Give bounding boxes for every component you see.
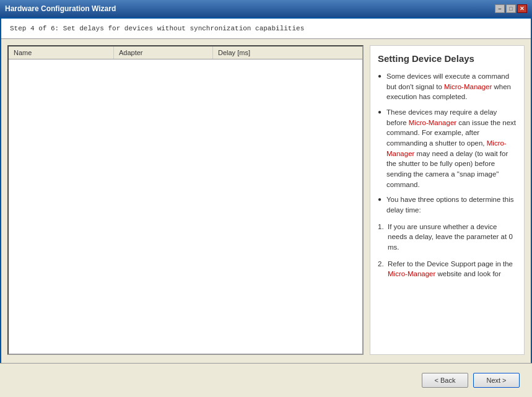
close-button[interactable]: ✕ (517, 4, 527, 13)
bullet-list: Some devices will execute a command but … (378, 71, 517, 216)
next-button[interactable]: Next > (473, 373, 520, 388)
bullet-item-2: These devices may require a delay before… (378, 107, 517, 190)
table-body[interactable] (9, 59, 362, 349)
bullet-item-3: You have three options to determine this… (378, 194, 517, 215)
window: Step 4 of 6: Set delays for devices with… (0, 17, 532, 397)
title-bar: Hardware Configuration Wizard – □ ✕ (0, 0, 532, 17)
back-button[interactable]: < Back (422, 373, 468, 388)
numbered-1-text: If you are unsure whether a device needs… (388, 223, 513, 251)
table-header: Name Adapter Delay [ms] (9, 46, 362, 59)
title-bar-buttons: – □ ✕ (495, 4, 527, 13)
help-title: Setting Device Delays (378, 53, 517, 64)
maximize-button[interactable]: □ (506, 4, 516, 13)
step-header: Step 4 of 6: Set delays for devices with… (1, 19, 531, 39)
bottom-bar: < Back Next > (0, 363, 532, 397)
numbered-2-text: Refer to the Device Support page in the (388, 260, 513, 268)
bullet-1-red: Micro-Manager (444, 83, 492, 90)
bullet-3-text: You have three options to determine this… (386, 196, 513, 214)
col-name: Name (9, 46, 114, 59)
numbered-item-2: Refer to the Device Support page in the … (378, 259, 517, 279)
device-table-panel: Name Adapter Delay [ms] (7, 45, 364, 355)
title-bar-text: Hardware Configuration Wizard (5, 4, 116, 13)
step-header-text: Step 4 of 6: Set delays for devices with… (10, 25, 304, 32)
numbered-2-red: Micro-Manager (388, 270, 435, 277)
col-adapter: Adapter (114, 46, 213, 59)
numbered-list: If you are unsure whether a device needs… (378, 222, 517, 279)
minimize-button[interactable]: – (495, 4, 505, 13)
bullet-2-red1: Micro-Manager (409, 119, 456, 126)
numbered-2-text-after: website and look for (435, 270, 500, 277)
content-area: Name Adapter Delay [ms] Setting Device D… (1, 39, 531, 361)
window-content: Step 4 of 6: Set delays for devices with… (0, 17, 532, 397)
numbered-item-1: If you are unsure whether a device needs… (378, 222, 517, 253)
col-delay: Delay [ms] (213, 46, 362, 59)
bullet-item-1: Some devices will execute a command but … (378, 71, 517, 102)
help-panel[interactable]: Setting Device Delays Some devices will … (370, 45, 525, 355)
